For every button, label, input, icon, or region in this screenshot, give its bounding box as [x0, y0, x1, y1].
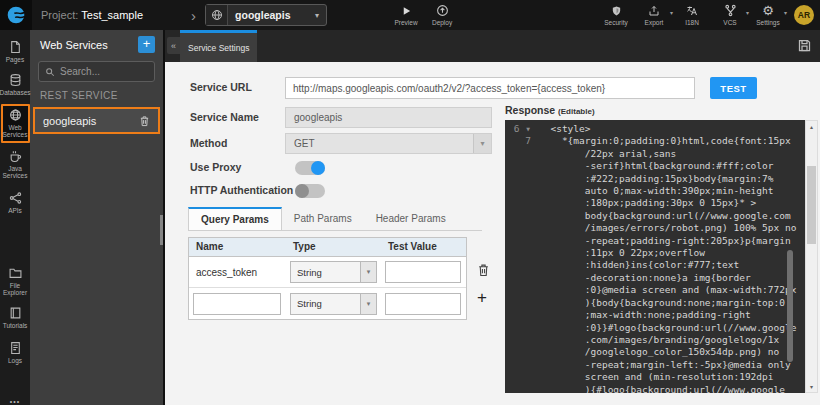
code-text: <style>	[539, 123, 590, 135]
project-name[interactable]: Test_sample	[81, 9, 143, 21]
column-header-name: Name	[189, 238, 286, 256]
scrollbar-thumb[interactable]	[807, 166, 816, 244]
service-name-field: googleapis	[285, 107, 492, 128]
rail-item-logs[interactable]: Logs	[0, 341, 30, 364]
service-selector-dropdown[interactable]: googleapis ▾	[205, 4, 327, 26]
rail-item-label: Web Services	[3, 124, 28, 138]
editor-scrollbar-thumb[interactable]	[787, 250, 793, 362]
service-list-item-googleapis[interactable]: googleapis	[33, 107, 160, 134]
code-text: :#222;padding:15px}body{margin:7%	[539, 173, 774, 185]
book-icon	[9, 306, 22, 320]
code-line: :hidden}ins{color:#777;text	[505, 259, 805, 271]
type-select[interactable]: String ▾	[290, 293, 377, 315]
search-input[interactable]	[60, 66, 150, 77]
topbar-right-actions: Security ▾ Export I18N ▾ VCS	[599, 4, 820, 26]
http-auth-toggle[interactable]	[295, 184, 325, 198]
play-icon	[401, 4, 412, 17]
rail-item-apis[interactable]: APIs	[0, 191, 30, 214]
type-select[interactable]: String ▾	[290, 261, 377, 283]
export-button[interactable]: ▾ Export	[637, 4, 671, 26]
code-text: :180px;padding:30px 0 15px}* >	[539, 197, 756, 209]
test-button[interactable]: TEST	[710, 77, 757, 99]
user-avatar[interactable]: AR	[794, 5, 814, 25]
use-proxy-label: Use Proxy	[190, 161, 241, 173]
rail-item-web-services[interactable]: Web Services	[1, 104, 30, 143]
api-nodes-icon	[9, 191, 22, 205]
param-name-input[interactable]	[193, 293, 281, 315]
tab-header-params[interactable]: Header Params	[364, 207, 458, 230]
chevron-down-icon: ▾	[473, 134, 491, 153]
code-text: -decoration:none}a img{border	[539, 272, 751, 284]
rail-item-label: File Explorer	[0, 282, 30, 296]
shield-icon	[611, 4, 622, 17]
app-logo[interactable]	[0, 0, 32, 30]
code-text: ){#logo{background:url(//www.google	[539, 384, 785, 393]
globe-icon	[206, 5, 228, 25]
test-value-input[interactable]	[385, 293, 461, 315]
panel-scrollbar-thumb[interactable]	[160, 215, 163, 245]
add-service-button[interactable]: +	[138, 36, 155, 53]
more-options-icon[interactable]: •••	[10, 398, 20, 405]
service-url-input[interactable]	[285, 77, 695, 99]
response-label-text: Response	[505, 104, 555, 116]
code-line: :11px 0 22px;overflow	[505, 247, 805, 259]
param-name-value: access_token	[189, 267, 286, 278]
tab-path-params[interactable]: Path Params	[282, 207, 364, 230]
deploy-label: Deploy	[432, 19, 452, 26]
section-header-rest-service: REST SERVICE	[40, 90, 153, 101]
line-number	[505, 197, 539, 209]
table-row: access_token String ▾	[189, 257, 466, 288]
http-auth-label: HTTP Authentication	[190, 184, 293, 196]
rail-item-label: Logs	[8, 357, 22, 364]
rail-item-java-services[interactable]: Java Services	[0, 149, 30, 179]
toggle-knob	[311, 161, 325, 175]
method-select[interactable]: GET ▾	[285, 133, 492, 154]
rail-item-tutorials[interactable]: Tutorials	[0, 306, 30, 329]
code-line: -repeat;margin-left:-5px}@media only	[505, 359, 805, 371]
service-search	[38, 61, 155, 82]
rail-item-label: APIs	[8, 207, 22, 214]
code-line: -decoration:none}a img{border	[505, 272, 805, 284]
save-icon[interactable]	[797, 38, 812, 53]
vcs-button[interactable]: ▾ VCS	[713, 4, 747, 26]
tab-service-settings[interactable]: Service Settings	[180, 30, 257, 62]
rail-item-pages[interactable]: Pages	[0, 40, 30, 63]
security-button[interactable]: Security	[599, 4, 633, 26]
response-code-editor[interactable]: 6 ▾ <style>7 *{margin:0;padding:0}html,c…	[505, 120, 805, 393]
preview-button[interactable]: Preview	[389, 4, 423, 26]
line-number	[505, 222, 539, 234]
line-number	[505, 173, 539, 185]
i18n-label: I18N	[685, 19, 699, 26]
line-number	[505, 334, 539, 346]
code-line: ){#logo{background:url(//www.google	[505, 384, 805, 393]
rail-item-databases[interactable]: Databases	[0, 73, 30, 96]
response-scrollbar[interactable]: ▴ ▾	[805, 120, 818, 393]
code-line: :#222;padding:15px}body{margin:7%	[505, 173, 805, 185]
rail-item-file-explorer[interactable]: File Explorer	[0, 266, 30, 296]
test-value-input[interactable]	[385, 261, 461, 283]
i18n-button[interactable]: I18N	[675, 4, 709, 26]
add-row-plus-icon[interactable]: +	[477, 291, 487, 305]
security-label: Security	[604, 19, 627, 26]
deploy-button[interactable]: Deploy	[425, 4, 459, 26]
scroll-up-arrow-icon[interactable]: ▴	[806, 121, 817, 132]
log-document-icon	[9, 341, 22, 355]
code-line: 6 ▾ <style>	[505, 123, 805, 135]
chevron-down-icon: ▾	[746, 9, 749, 16]
collapse-panel-button[interactable]: «	[167, 37, 180, 54]
type-select-value: String	[291, 267, 360, 278]
delete-row-trash-icon[interactable]	[477, 263, 490, 277]
line-number	[505, 247, 539, 259]
tab-query-params[interactable]: Query Params	[188, 207, 282, 230]
service-selector-value: googleapis	[228, 9, 315, 21]
trash-icon[interactable]	[139, 115, 150, 127]
deploy-upload-icon	[436, 4, 449, 17]
use-proxy-toggle[interactable]	[295, 161, 325, 175]
line-number: 6 ▾	[505, 123, 539, 135]
params-tabbar: Query Params Path Params Header Params	[188, 207, 482, 231]
scroll-down-arrow-icon[interactable]: ▾	[806, 381, 817, 392]
rail-item-label: Java Services	[0, 165, 30, 179]
response-editable-note: (Editable)	[558, 107, 594, 116]
settings-button[interactable]: ⚙ ▾ Settings	[751, 4, 785, 26]
wavemaker-logo-icon	[6, 5, 26, 25]
